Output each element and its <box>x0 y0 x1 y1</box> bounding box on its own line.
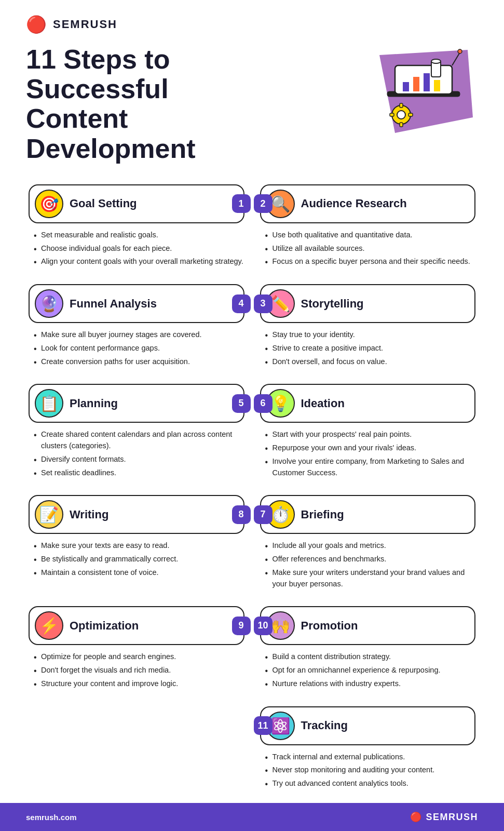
svg-rect-4 <box>413 77 419 91</box>
step-block-right: ⏱️ Briefing 7 Include all your goals and… <box>252 490 484 601</box>
bullet-item: Never stop monitoring and auditing your … <box>265 765 476 776</box>
bullet-item: Use both qualitative and quantitative da… <box>265 230 476 241</box>
svg-point-16 <box>431 59 441 63</box>
bullet-item: Maintain a consistent tone of voice. <box>34 567 244 579</box>
step-block-right: 🙌 Promotion 10 Build a content distribut… <box>252 601 484 701</box>
step-number-1: 1 <box>232 194 251 213</box>
bullet-item: Don't forget the visuals and rich media. <box>34 665 244 676</box>
steps-grid: 🎯 Goal Setting 1 Set measurable and real… <box>0 174 504 811</box>
hero-section: 11 Steps to Successful Content Developme… <box>0 39 504 174</box>
step-block-left: 🔮 Funnel Analysis 4 Make sure all buyer … <box>21 279 252 379</box>
step-header-2: 🔍 Audience Research 2 <box>260 184 476 223</box>
step-block-left <box>21 701 252 801</box>
step-title-5: Planning <box>70 397 237 410</box>
step-bullets-4: Make sure all buyer journey stages are c… <box>29 329 244 367</box>
hero-illustration <box>364 45 478 138</box>
step-number-8: 8 <box>232 505 251 524</box>
bullet-item: Focus on a specific buyer persona and th… <box>265 256 476 267</box>
step-header-4: 🔮 Funnel Analysis 4 <box>29 284 244 323</box>
step-header-3: ✏️ Storytelling 3 <box>260 284 476 323</box>
footer-logo-text: SEMRUSH <box>426 812 478 823</box>
bullet-item: Diversify content formats. <box>34 454 244 465</box>
header: 🔴 SEMRUSH <box>0 0 504 39</box>
step-bullets-8: Make sure your texts are easy to read.Be… <box>29 540 244 578</box>
step-block-left: 📋 Planning 5 Create shared content calen… <box>21 379 252 490</box>
step-bullets-3: Stay true to your identity.Strive to cre… <box>260 329 476 367</box>
step-header-11: ⚛️ Tracking 11 <box>260 706 476 745</box>
bullet-item: Structure your content and improve logic… <box>34 678 244 690</box>
bullet-item: Start with your prospects' real pain poi… <box>265 429 476 440</box>
bullet-item: Nurture relations with industry experts. <box>265 678 476 690</box>
step-number-2: 2 <box>254 194 273 213</box>
svg-rect-9 <box>400 103 403 108</box>
bullet-item: Opt for an omnichannel experience & repu… <box>265 665 476 676</box>
svg-rect-10 <box>400 123 403 127</box>
step-block-right: 🔍 Audience Research 2 Use both qualitati… <box>252 179 484 279</box>
svg-rect-5 <box>424 73 430 91</box>
step-icon-8: 📝 <box>35 500 63 529</box>
bullet-item: Track internal and external publications… <box>265 752 476 763</box>
bullet-item: Choose individual goals for each piece. <box>34 243 244 254</box>
step-bullets-10: Build a content distribution strategy.Op… <box>260 651 476 689</box>
svg-rect-12 <box>408 113 413 116</box>
step-bullets-5: Create shared content calendars and plan… <box>29 429 244 478</box>
step-block-right: ✏️ Storytelling 3 Stay true to your iden… <box>252 279 484 379</box>
step-icon-5: 📋 <box>35 389 63 418</box>
step-bullets-9: Optimize for people and search engines.D… <box>29 651 244 689</box>
step-title-1: Goal Setting <box>70 197 237 210</box>
bullet-item: Create conversion paths for user acquisi… <box>34 356 244 368</box>
bullet-item: Set realistic deadlines. <box>34 467 244 479</box>
bullet-item: Try out advanced content analytics tools… <box>265 778 476 789</box>
bullet-item: Include all your goals and metrics. <box>265 540 476 552</box>
bullet-item: Involve your entire company, from Market… <box>265 456 476 479</box>
step-title-4: Funnel Analysis <box>70 297 237 311</box>
step-number-3: 3 <box>254 294 273 313</box>
svg-rect-11 <box>390 113 394 116</box>
step-icon-9: ⚡ <box>35 611 63 640</box>
step-header-10: 🙌 Promotion 10 <box>260 606 476 645</box>
step-number-7: 7 <box>254 505 273 524</box>
step-number-4: 4 <box>232 294 251 313</box>
bullet-item: Make sure your writers understand your b… <box>265 567 476 590</box>
step-block-right: ⚛️ Tracking 11 Track internal and extern… <box>252 701 484 801</box>
bullet-item: Offer references and benchmarks. <box>265 554 476 565</box>
bullet-item: Utilize all available sources. <box>265 243 476 254</box>
step-header-5: 📋 Planning 5 <box>29 384 244 423</box>
step-block-left: 📝 Writing 8 Make sure your texts are eas… <box>21 490 252 601</box>
step-bullets-7: Include all your goals and metrics.Offer… <box>260 540 476 589</box>
svg-point-8 <box>397 111 405 119</box>
bullet-item: Align your content goals with your overa… <box>34 256 244 267</box>
step-block-right: 💡 Ideation 6 Start with your prospects' … <box>252 379 484 490</box>
svg-rect-3 <box>403 82 409 91</box>
bullet-item: Set measurable and realistic goals. <box>34 230 244 241</box>
step-title-11: Tracking <box>301 719 469 732</box>
hero-title: 11 Steps to Successful Content Developme… <box>26 45 275 164</box>
step-title-3: Storytelling <box>301 297 469 311</box>
step-number-5: 5 <box>232 394 251 413</box>
step-title-2: Audience Research <box>301 197 469 210</box>
bullet-item: Build a content distribution strategy. <box>265 651 476 663</box>
logo-icon: 🔴 <box>26 15 47 34</box>
bullet-item: Be stylistically and grammatically corre… <box>34 554 244 565</box>
step-title-6: Ideation <box>301 397 469 410</box>
step-header-9: ⚡ Optimization 9 <box>29 606 244 645</box>
bullet-item: Make sure all buyer journey stages are c… <box>34 329 244 341</box>
svg-point-14 <box>458 49 462 53</box>
bullet-item: Look for content performance gaps. <box>34 343 244 354</box>
step-bullets-6: Start with your prospects' real pain poi… <box>260 429 476 478</box>
step-title-7: Briefing <box>301 508 469 521</box>
step-bullets-11: Track internal and external publications… <box>260 752 476 789</box>
step-title-10: Promotion <box>301 619 469 633</box>
step-bullets-1: Set measurable and realistic goals.Choos… <box>29 230 244 267</box>
bullet-item: Strive to create a positive impact. <box>265 343 476 354</box>
step-icon-4: 🔮 <box>35 289 63 318</box>
step-bullets-2: Use both qualitative and quantitative da… <box>260 230 476 267</box>
step-number-6: 6 <box>254 394 273 413</box>
footer-url: semrush.com <box>26 813 77 822</box>
step-icon-1: 🎯 <box>35 190 63 218</box>
logo-text: SEMRUSH <box>53 18 117 31</box>
step-header-8: 📝 Writing 8 <box>29 495 244 534</box>
bullet-item: Repurpose your own and your rivals' idea… <box>265 443 476 454</box>
footer-logo: 🔴 SEMRUSH <box>410 811 478 823</box>
bullet-item: Don't oversell, and focus on value. <box>265 356 476 368</box>
